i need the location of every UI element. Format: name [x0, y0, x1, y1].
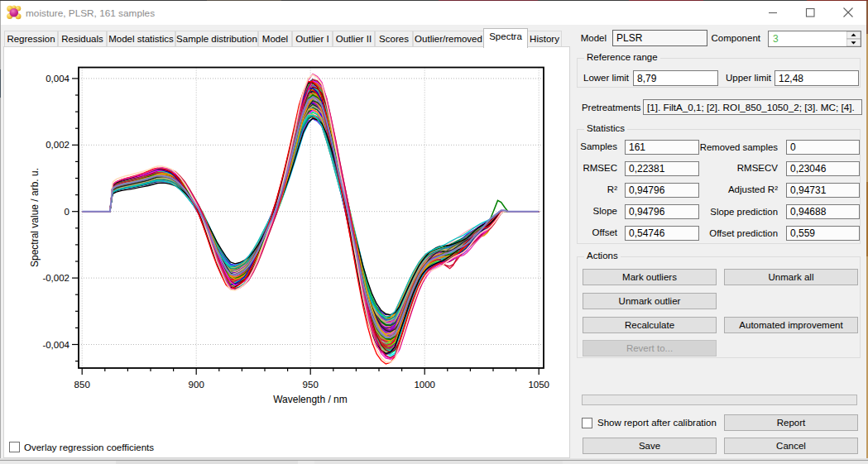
svg-text:0: 0	[65, 207, 70, 217]
svg-text:1050: 1050	[528, 380, 549, 390]
svg-text:-0,002: -0,002	[42, 273, 70, 283]
svg-text:Spectral value / arb. u.: Spectral value / arb. u.	[29, 168, 41, 267]
svg-text:0,004: 0,004	[46, 74, 70, 84]
svg-text:950: 950	[303, 380, 319, 390]
svg-text:Wavelength / nm: Wavelength / nm	[273, 394, 348, 405]
svg-text:0,002: 0,002	[46, 140, 70, 150]
svg-text:1000: 1000	[414, 380, 435, 390]
svg-text:850: 850	[74, 380, 90, 390]
svg-text:-0,004: -0,004	[42, 340, 70, 350]
svg-text:900: 900	[189, 380, 204, 390]
